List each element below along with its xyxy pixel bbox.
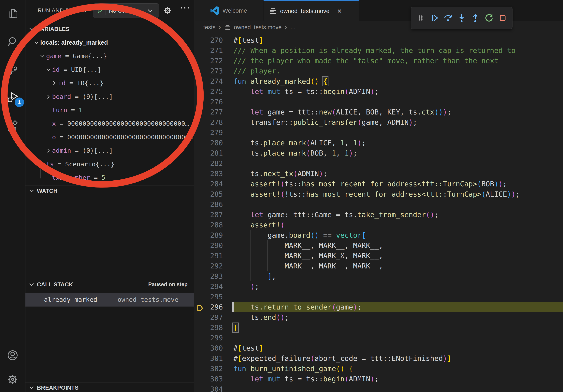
code-editor[interactable]: 270#[test]271/// When a position is alre… — [194, 34, 563, 392]
line-number[interactable]: 298 — [194, 324, 223, 332]
line-number[interactable]: 283 — [194, 170, 223, 178]
code-line-287[interactable]: 287 let game: ttt::Game = ts.take_from_s… — [194, 209, 563, 220]
code-line-283[interactable]: 283 ts.next_tx(ADMIN); — [194, 168, 563, 179]
code-line-272[interactable]: 272/// the player who made the "false" m… — [194, 55, 563, 66]
step-over-icon[interactable] — [442, 13, 454, 24]
toolbar-gripper[interactable] — [415, 13, 426, 24]
variables-section-header[interactable]: VARIABLES — [26, 23, 194, 35]
line-number[interactable]: 286 — [194, 200, 223, 209]
line-number[interactable]: 290 — [194, 241, 223, 249]
step-out-icon[interactable] — [470, 13, 481, 24]
variables-scope-row[interactable]: locals: already_marked — [26, 36, 194, 49]
code-line-300[interactable]: 300#[test] — [194, 343, 563, 353]
line-number[interactable]: 274 — [194, 77, 223, 85]
code-line-295[interactable]: 295 — [194, 291, 563, 302]
line-number[interactable]: 293 — [194, 272, 223, 280]
line-number[interactable]: 284 — [194, 180, 223, 188]
code-line-285[interactable]: 285 assert!(!ts::has_most_recent_for_add… — [194, 189, 563, 199]
variable-row-o[interactable]: o = 00000000000000000000000000000000… — [26, 131, 194, 144]
variable-row-id[interactable]: id = UID{...} — [26, 63, 194, 76]
code-line-299[interactable]: 299 — [194, 333, 563, 343]
debug-config-label[interactable]: No Configur… — [106, 8, 147, 14]
code-line-296[interactable]: 296 ts.return_to_sender(game); — [194, 302, 563, 312]
variable-row-game[interactable]: game = Game{...} — [26, 50, 194, 62]
line-number[interactable]: 270 — [194, 36, 223, 44]
code-line-273[interactable]: 273/// player. — [194, 66, 563, 76]
line-number[interactable]: 273 — [194, 67, 223, 75]
breadcrumb-item-symbol[interactable]: … — [290, 24, 296, 31]
code-line-274[interactable]: 274fun already_marked() { — [194, 76, 563, 86]
line-number[interactable]: 272 — [194, 57, 223, 65]
line-number[interactable]: 285 — [194, 190, 223, 198]
code-line-290[interactable]: 290 MARK__, MARK__, MARK__, — [194, 240, 563, 250]
breadcrumb-item-file[interactable]: owned_tests.move — [234, 24, 282, 31]
code-line-289[interactable]: 289 game.board() == vector[ — [194, 230, 563, 240]
stop-icon[interactable] — [497, 13, 508, 24]
call-stack-frame-row[interactable]: already_marked owned_tests.move — [26, 293, 194, 307]
code-line-281[interactable]: 281 ts.place_mark(BOB, 1, 1); — [194, 148, 563, 158]
line-number[interactable]: 300 — [194, 344, 223, 352]
source-control-icon[interactable] — [6, 63, 19, 76]
code-line-284[interactable]: 284 assert!(ts::has_most_recent_for_addr… — [194, 179, 563, 189]
code-line-276[interactable]: 276 — [194, 96, 563, 107]
account-icon[interactable] — [6, 349, 19, 362]
code-line-288[interactable]: 288 assert!( — [194, 220, 563, 230]
line-number[interactable]: 281 — [194, 149, 223, 157]
code-line-302[interactable]: 302fun burn_unfinished_game() { — [194, 363, 563, 374]
code-line-301[interactable]: 301#[expected_failure(abort_code = ttt::… — [194, 353, 563, 363]
variable-row-ts[interactable]: ts = Scenario{...} — [26, 158, 194, 170]
call-stack-section-header[interactable]: CALL STACK Paused on step — [26, 279, 194, 290]
line-number[interactable]: 297 — [194, 313, 223, 321]
code-line-270[interactable]: 270#[test] — [194, 35, 563, 45]
extensions-icon[interactable] — [6, 118, 19, 131]
code-line-304[interactable]: 304 — [194, 384, 563, 392]
search-icon[interactable] — [6, 36, 19, 48]
variable-row-x[interactable]: x = 0000000000000000000000000000000… — [26, 117, 194, 130]
line-number[interactable]: 280 — [194, 139, 223, 147]
code-line-291[interactable]: 291 MARK__, MARK_X, MARK__, — [194, 250, 563, 261]
tab-welcome[interactable]: Welcome — [194, 0, 263, 21]
line-number[interactable]: 276 — [194, 98, 223, 106]
code-line-297[interactable]: 297 ts.end(); — [194, 312, 563, 322]
line-number[interactable]: 296 — [194, 303, 223, 311]
code-line-277[interactable]: 277 let game = ttt::new(ALICE, BOB, KEY,… — [194, 107, 563, 117]
watch-section-header[interactable]: WATCH — [26, 185, 194, 196]
explorer-icon[interactable] — [6, 8, 19, 21]
line-number[interactable]: 302 — [194, 365, 223, 373]
line-number[interactable]: 282 — [194, 159, 223, 167]
step-into-icon[interactable] — [456, 13, 467, 24]
code-line-279[interactable]: 279 — [194, 127, 563, 138]
code-line-282[interactable]: 282 — [194, 158, 563, 168]
variable-row-board[interactable]: board = (9)[...] — [26, 91, 194, 103]
breakpoints-section-header[interactable]: BREAKPOINTS — [26, 383, 194, 392]
line-number[interactable]: 279 — [194, 129, 223, 137]
line-number[interactable]: 292 — [194, 262, 223, 270]
close-icon[interactable]: ✕ — [337, 8, 342, 15]
variable-row-id[interactable]: id = ID{...} — [26, 77, 194, 89]
code-line-298[interactable]: 298} — [194, 322, 563, 333]
line-number[interactable]: 303 — [194, 375, 223, 383]
code-line-286[interactable]: 286 — [194, 199, 563, 209]
settings-gear-icon[interactable] — [6, 373, 19, 386]
code-line-303[interactable]: 303 let mut ts = ts::begin(ADMIN); — [194, 374, 563, 384]
line-number[interactable]: 275 — [194, 87, 223, 95]
start-debug-button[interactable]: No Configur… — [93, 3, 159, 18]
debug-settings-gear-icon[interactable] — [163, 6, 172, 16]
variable-row-admin[interactable]: admin = (0)[...] — [26, 144, 194, 157]
continue-icon[interactable] — [429, 13, 440, 24]
variable-row-txn_number[interactable]: txn_number = 5 — [26, 171, 194, 184]
line-number[interactable]: 271 — [194, 46, 223, 54]
variable-row-turn[interactable]: turn = 1 — [26, 104, 194, 117]
line-number[interactable]: 294 — [194, 282, 223, 290]
code-line-271[interactable]: 271/// When a position is already marked… — [194, 45, 563, 55]
line-number[interactable]: 304 — [194, 385, 223, 392]
code-line-292[interactable]: 292 MARK__, MARK__, MARK__, — [194, 261, 563, 271]
line-number[interactable]: 295 — [194, 293, 223, 301]
more-actions-icon[interactable]: ⋯ — [180, 1, 190, 13]
code-line-278[interactable]: 278 transfer::public_transfer(game, ADMI… — [194, 117, 563, 127]
line-number[interactable]: 291 — [194, 252, 223, 260]
breadcrumb-item-tests[interactable]: tests — [203, 24, 215, 31]
code-line-293[interactable]: 293 ], — [194, 271, 563, 281]
tab-owned-tests[interactable]: owned_tests.move ✕ — [264, 0, 359, 21]
line-number[interactable]: 287 — [194, 211, 223, 219]
